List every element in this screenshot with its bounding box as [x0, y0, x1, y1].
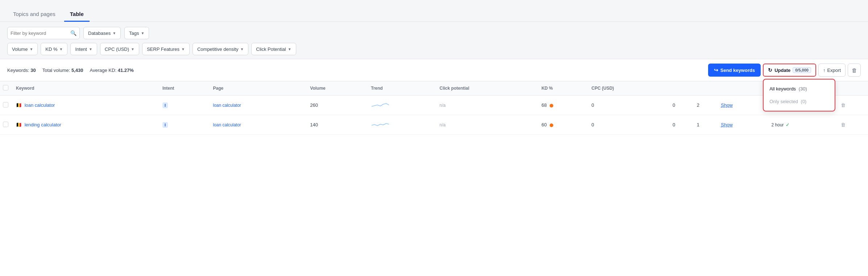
- td-delete-2: 🗑: [838, 115, 868, 135]
- th-show: [718, 81, 768, 96]
- competitive-density-filter[interactable]: Competitive density ▼: [193, 43, 248, 55]
- chevron-down-icon: ▼: [141, 31, 145, 35]
- th-col2: [694, 81, 718, 96]
- th-col1: [670, 81, 694, 96]
- page-link-1[interactable]: loan calculator: [213, 103, 241, 108]
- trend-sparkline-2: [371, 120, 389, 128]
- databases-button[interactable]: Databases ▼: [83, 27, 121, 39]
- click-potential-filter[interactable]: Click Potential ▼: [251, 43, 296, 55]
- flag-icon-1: 🇧🇪: [16, 102, 22, 108]
- search-input[interactable]: [11, 31, 69, 36]
- all-keywords-option[interactable]: All keywords (30): [764, 82, 835, 95]
- row-delete-icon-2[interactable]: 🗑: [841, 122, 846, 127]
- tab-topics[interactable]: Topics and pages: [7, 7, 61, 22]
- trend-sparkline-1: [371, 101, 389, 109]
- send-icon: ↪: [714, 67, 718, 73]
- show-link-1[interactable]: Show: [721, 102, 733, 108]
- row1-checkbox[interactable]: [3, 102, 8, 107]
- keyword-link-1[interactable]: loan calculator: [25, 102, 55, 108]
- table-row: 🇧🇪 loan calculator I loan calculator 260: [0, 96, 868, 115]
- chevron-down-icon: ▼: [59, 47, 63, 51]
- td-cpc-2: 0: [588, 115, 670, 135]
- td-click-potential-2: n/a: [437, 115, 538, 135]
- intent-badge-1: I: [162, 102, 168, 108]
- intent-filter[interactable]: Intent ▼: [70, 43, 97, 55]
- td-col1-2: 0: [670, 115, 694, 135]
- total-volume-label: Total volume: 5,430: [42, 68, 83, 73]
- td-col2-2: 1: [694, 115, 718, 135]
- trash-icon: 🗑: [852, 67, 857, 73]
- cpc-filter[interactable]: CPC (USD) ▼: [100, 43, 139, 55]
- check-icon-2: ✓: [786, 122, 790, 127]
- total-volume-value: 5,430: [71, 68, 83, 73]
- chevron-down-icon: ▼: [112, 31, 116, 35]
- th-actions: [838, 81, 868, 96]
- keyword-link-2[interactable]: lending calculator: [25, 122, 61, 127]
- chevron-down-icon: ▼: [181, 47, 185, 51]
- td-kd-1: 68: [538, 96, 588, 115]
- td-show-1: Show: [718, 96, 768, 115]
- search-icon[interactable]: 🔍: [70, 30, 77, 36]
- chevron-down-icon: ▼: [240, 47, 244, 51]
- chevron-down-icon: ▼: [29, 47, 33, 51]
- td-col1-1: 0: [670, 96, 694, 115]
- td-trend-1: [368, 96, 437, 115]
- update-dropdown: All keywords (30) Only selected (0): [763, 79, 835, 111]
- td-col2-1: 2: [694, 96, 718, 115]
- volume-filter[interactable]: Volume ▼: [7, 43, 38, 55]
- avg-kd-value: 41.27%: [118, 68, 134, 73]
- th-cpc: CPC (USD): [588, 81, 670, 96]
- td-click-potential-1: n/a: [437, 96, 538, 115]
- send-keywords-button[interactable]: ↪ Send keywords: [708, 64, 761, 77]
- th-volume: Volume: [307, 81, 368, 96]
- td-keyword-2: 🇧🇪 lending calculator: [13, 115, 160, 135]
- search-wrapper: 🔍: [7, 27, 80, 39]
- avg-kd-label: Average KD: 41.27%: [90, 68, 134, 73]
- select-all-checkbox[interactable]: [3, 85, 8, 90]
- kd-dot-2: [550, 123, 553, 127]
- td-keyword-1: 🇧🇪 loan calculator: [13, 96, 160, 115]
- table-wrapper: Keyword Intent Page Volume Trend: [0, 81, 868, 135]
- td-cpc-1: 0: [588, 96, 670, 115]
- only-selected-option[interactable]: Only selected (0): [764, 95, 835, 108]
- chevron-down-icon: ▼: [288, 47, 292, 51]
- tags-button[interactable]: Tags ▼: [124, 27, 149, 39]
- table-header-row: Keyword Intent Page Volume Trend: [0, 81, 868, 96]
- filter-row-2: Volume ▼ KD % ▼ Intent ▼ CPC (USD) ▼ SER…: [7, 43, 861, 55]
- page-link-2[interactable]: loan calculator: [213, 122, 241, 127]
- td-intent-1: I: [160, 96, 210, 115]
- show-link-2[interactable]: Show: [721, 122, 733, 127]
- td-volume-1: 260: [307, 96, 368, 115]
- td-checkbox-1: [0, 96, 13, 115]
- tab-table[interactable]: Table: [64, 7, 90, 22]
- update-badge: 0/5,000: [793, 67, 811, 73]
- keywords-table: Keyword Intent Page Volume Trend: [0, 81, 868, 135]
- th-trend: Trend: [368, 81, 437, 96]
- refresh-icon: ↻: [768, 67, 772, 73]
- td-updated-2: 2 hour ✓: [769, 115, 838, 135]
- filters-section: 🔍 Databases ▼ Tags ▼ Volume ▼ KD % ▼ Int…: [0, 22, 868, 59]
- flag-icon-2: 🇧🇪: [16, 122, 22, 127]
- chevron-down-icon: ▼: [89, 47, 92, 51]
- th-checkbox: [0, 81, 13, 96]
- update-button[interactable]: ↻ Update 0/5,000: [763, 64, 816, 77]
- keywords-label: Keywords: 30: [7, 68, 36, 73]
- td-intent-2: I: [160, 115, 210, 135]
- td-checkbox-2: [0, 115, 13, 135]
- export-button[interactable]: ↑ Export: [818, 64, 846, 77]
- kd-filter[interactable]: KD % ▼: [41, 43, 67, 55]
- th-page: Page: [210, 81, 307, 96]
- table-row: 🇧🇪 lending calculator I loan calculator …: [0, 115, 868, 135]
- td-kd-2: 60: [538, 115, 588, 135]
- kd-dot-1: [550, 104, 553, 107]
- stats-bar: Keywords: 30 Total volume: 5,430 Average…: [0, 59, 868, 81]
- serp-filter[interactable]: SERP Features ▼: [142, 43, 190, 55]
- row-delete-icon-1[interactable]: 🗑: [841, 102, 846, 108]
- main-container: Topics and pages Table 🔍 Databases ▼ Tag…: [0, 0, 868, 276]
- td-page-2: loan calculator: [210, 115, 307, 135]
- row2-checkbox[interactable]: [3, 122, 8, 127]
- delete-button[interactable]: 🗑: [848, 64, 861, 77]
- td-delete-1: 🗑: [838, 96, 868, 115]
- export-icon: ↑: [823, 68, 826, 73]
- intent-badge-2: I: [162, 122, 168, 128]
